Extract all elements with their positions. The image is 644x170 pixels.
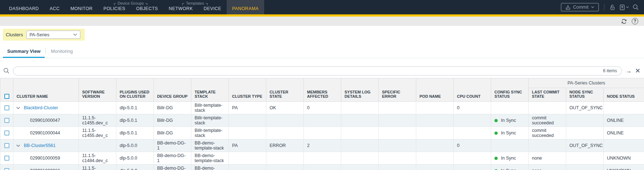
cell-cpu-count — [454, 127, 491, 139]
col-template-stack: TEMPLATE STACK — [191, 78, 229, 102]
cell-plugins-used: dlp-5.0.0 — [116, 165, 154, 170]
cell-config-sync-status: In Sync — [491, 152, 529, 165]
utility-bar: ? — [0, 17, 644, 26]
select-all-checkbox[interactable] — [4, 94, 9, 99]
unlock-icon[interactable] — [609, 4, 616, 10]
row-checkbox[interactable] — [4, 118, 9, 123]
cell-system-log-details — [341, 139, 379, 152]
col-members-affected: MEMBERS AFFECTED — [304, 78, 341, 102]
nav-tabs: DASHBOARD ACC MONITOR Device Groups POLI… — [0, 0, 264, 14]
commit-button[interactable]: Commit — [561, 3, 599, 12]
col-cluster-state: CLUSTER STATE — [266, 78, 304, 102]
cell-cpu-count — [454, 152, 491, 165]
search-icon[interactable] — [632, 4, 639, 10]
col-last-commit-state: LAST COMMIT STATE — [529, 88, 566, 102]
col-cluster-name: CLUSTER NAME — [13, 78, 79, 102]
row-checkbox-cell — [0, 102, 13, 114]
row-checkbox[interactable] — [4, 156, 9, 161]
templates-section: Templates NETWORK DEVICE — [163, 0, 227, 14]
cell-node-status — [604, 102, 644, 114]
nav-actions: Commit — [561, 0, 644, 14]
search-row: 6 items → ✕ — [0, 66, 644, 76]
row-checkbox[interactable] — [4, 168, 9, 170]
cell-software-version — [79, 139, 116, 152]
cell-specific-error — [379, 127, 416, 139]
cell-cluster-type — [229, 152, 266, 165]
expand-chevron-down-icon[interactable] — [15, 107, 20, 109]
table-row: 02990100005911.1.5-c1484.dev_cdlp-5.0.0B… — [0, 152, 644, 165]
cell-config-sync-status: In Sync — [491, 114, 529, 127]
push-config-icon[interactable] — [619, 4, 629, 10]
cell-pod-name — [416, 127, 454, 139]
cell-cluster-type — [229, 165, 266, 170]
cluster-name-link[interactable]: BB-Cluster5561 — [24, 143, 55, 148]
bracket-corner-left-icon — [182, 3, 184, 5]
cell-node-status: ONLINE — [604, 114, 644, 127]
table-row: 02990100006611.1.5-c1484.dev_cdlp-5.0.0B… — [0, 165, 644, 170]
cell-template-stack: BB-demo-template-stack — [191, 152, 229, 165]
nav-panorama[interactable]: PANORAMA — [227, 0, 264, 14]
cell-specific-error — [379, 152, 416, 165]
table-row: 02990100004711.1.5-c1455.dev_cdlp-5.0.1B… — [0, 114, 644, 127]
clusters-label: Clusters — [6, 32, 23, 37]
cell-config-sync-status — [491, 102, 529, 114]
cell-config-sync-status — [491, 139, 529, 152]
col-cluster-type: CLUSTER TYPE — [229, 78, 266, 102]
cell-node-sync-status — [566, 152, 604, 165]
nav-monitor[interactable]: MONITOR — [65, 0, 98, 14]
cell-cluster-state — [266, 114, 304, 127]
top-nav: DASHBOARD ACC MONITOR Device Groups POLI… — [0, 0, 644, 14]
cell-cluster-type: PA — [229, 139, 266, 152]
cell-plugins-used: dlp-5.0.0 — [116, 139, 154, 152]
cell-members-affected: 2 — [304, 139, 341, 152]
cell-cpu-count — [454, 165, 491, 170]
search-icon[interactable] — [3, 68, 10, 74]
in-sync-status-dot — [494, 132, 498, 135]
expand-chevron-down-icon[interactable] — [15, 144, 20, 147]
col-plugins-used: PLUGINS USED ON CLUSTER — [116, 78, 154, 102]
cell-device-group: BB-demo-DG-1 — [154, 139, 191, 152]
view-tabs: Summary View Monitoring — [0, 46, 644, 58]
device-serial-cell: 029901000044 — [13, 127, 79, 139]
cell-last-commit-state: none — [529, 152, 566, 165]
device-serial-cell: 029901000066 — [13, 165, 79, 170]
cell-cpu-count: 0 — [454, 139, 491, 152]
col-software-version: SOFTWARE VERSION — [79, 78, 116, 102]
cell-software-version: 11.1.5-c1484.dev_c — [79, 165, 116, 170]
clear-filter-close-icon[interactable]: ✕ — [635, 68, 640, 74]
cell-config-sync-status: In Sync — [491, 127, 529, 139]
apply-filter-arrow-icon[interactable]: → — [625, 68, 632, 74]
col-config-sync-status: CONFIG SYNC STATUS — [491, 78, 529, 102]
help-icon[interactable]: ? — [632, 18, 638, 24]
row-checkbox[interactable] — [4, 143, 9, 148]
nav-dashboard[interactable]: DASHBOARD — [4, 0, 44, 14]
clusters-select[interactable]: PA-Series — [26, 31, 80, 39]
tab-monitoring[interactable]: Monitoring — [46, 46, 77, 58]
cell-last-commit-state — [529, 102, 566, 114]
cell-software-version: 11.1.5-c1484.dev_c — [79, 152, 116, 165]
table-row: Blackbird-Clusterdlp-5.0.1Billr-DGBillr-… — [0, 102, 644, 114]
refresh-icon[interactable] — [621, 18, 627, 25]
cell-node-sync-status — [566, 165, 604, 170]
row-checkbox[interactable] — [4, 130, 9, 135]
search-input[interactable]: 6 items — [13, 66, 622, 75]
pa-series-clusters-group-header: PA-Series Clusters — [529, 78, 644, 88]
row-checkbox-cell — [0, 114, 13, 127]
device-serial: 029901000047 — [15, 118, 75, 123]
cell-specific-error — [379, 114, 416, 127]
cell-cluster-type: PA — [229, 102, 266, 114]
templates-bracket-label: Templates — [182, 1, 208, 5]
cluster-name-link[interactable]: Blackbird-Cluster — [24, 105, 58, 110]
cell-config-sync-status: In Sync — [491, 165, 529, 170]
cell-members-affected — [304, 114, 341, 127]
cell-last-commit-state: commit succeeded — [529, 127, 566, 139]
device-serial-cell: 029901000059 — [13, 152, 79, 165]
tab-summary-view[interactable]: Summary View — [3, 46, 45, 58]
cell-device-group: Billr-DG — [154, 127, 191, 139]
nav-acc[interactable]: ACC — [44, 0, 65, 14]
col-specific-error: SPECIFIC ERROR — [379, 78, 416, 102]
cell-members-affected: 0 — [304, 102, 341, 114]
col-node-status: NODE STATUS — [604, 88, 644, 102]
row-checkbox[interactable] — [4, 105, 9, 110]
cell-cluster-state: OK — [266, 102, 304, 114]
